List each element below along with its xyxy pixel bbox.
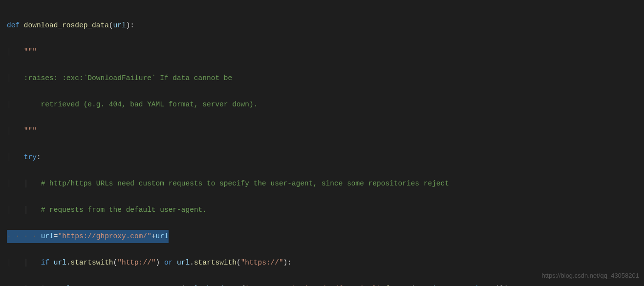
keyword-def: def [7, 21, 20, 29]
keyword-try: try [24, 153, 37, 161]
keyword-or: or [164, 259, 172, 266]
docstring-quote: """ [24, 127, 37, 135]
docstring-quote: """ [24, 48, 37, 56]
variable: url [156, 232, 169, 240]
code-line: │ │ # requests from the default user-age… [0, 204, 644, 217]
code-line: │ try: [0, 151, 644, 164]
docstring-text: retrieved (e.g. 404, bad YAML format, se… [24, 101, 258, 108]
parameter: url [113, 21, 126, 29]
function-name: download_rosdep_data [24, 21, 109, 29]
code-line-highlighted: · · · · url="https://ghproxy.com/"+url [0, 230, 644, 243]
keyword-if: if [41, 259, 49, 266]
code-line: │ │ # http/https URLs need custom reques… [0, 177, 644, 190]
variable: url [41, 232, 54, 240]
code-line: │ │ if url.startswith("http://") or url.… [0, 256, 644, 269]
code-line: │ retrieved (e.g. 404, bad YAML format, … [0, 98, 644, 111]
comment: # requests from the default user-agent. [41, 206, 207, 214]
string-literal: "https://ghproxy.com/" [58, 232, 151, 240]
code-line: │ """ [0, 124, 644, 138]
watermark-text: https://blog.csdn.net/qq_43058201 [542, 269, 640, 282]
code-line: │ │ │ url_request = request.Request(url,… [0, 283, 644, 286]
code-line: │ """ [0, 45, 644, 59]
docstring-text: :raises: :exc:`DownloadFailure` If data … [24, 74, 232, 82]
code-editor[interactable]: def download_rosdep_data(url): │ """ │ :… [0, 0, 644, 286]
code-line: │ :raises: :exc:`DownloadFailure` If dat… [0, 72, 644, 85]
comment: # http/https URLs need custom requests t… [41, 180, 449, 187]
code-line: def download_rosdep_data(url): [0, 19, 644, 32]
